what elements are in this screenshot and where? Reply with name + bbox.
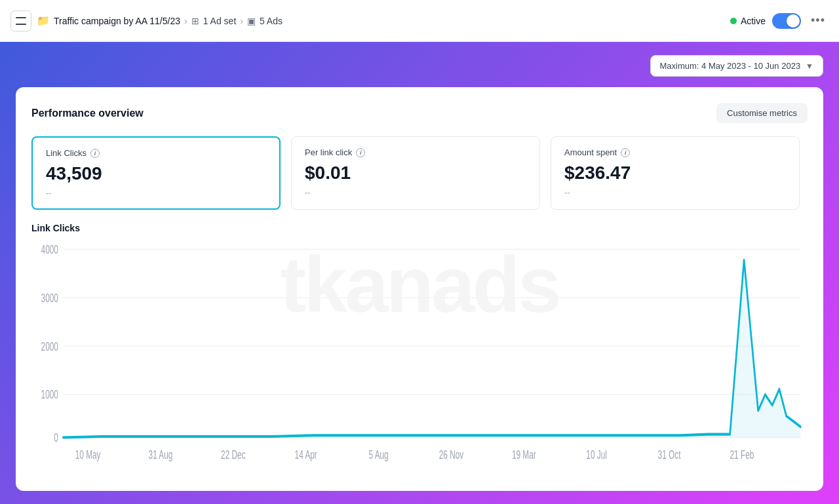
more-options-button[interactable]: ••• [808,10,829,31]
performance-card: tkanads Performance overview Customise m… [16,87,823,491]
hamburger-icon [16,17,26,25]
info-icon-amount-spent[interactable]: i [621,148,630,157]
date-range-label: Maximum: 4 May 2023 - 10 Jun 2023 [660,61,801,71]
svg-text:1000: 1000 [41,388,58,401]
svg-text:4000: 4000 [41,242,58,256]
metric-label-link-clicks: Link Clicks i [46,148,266,158]
card-title: Performance overview [31,107,144,119]
adset-grid-icon: ⊞ [191,16,199,26]
metric-label-per-link-click: Per link click i [305,147,526,157]
metric-value-per-link-click: $0.01 [305,163,526,184]
info-icon-per-link-click[interactable]: i [356,148,365,157]
metric-value-amount-spent: $236.47 [564,163,786,184]
campaign-name: Traffic campaign by AA 11/5/23 [54,16,180,26]
folder-icon: 📁 [37,14,50,27]
svg-text:22 Dec: 22 Dec [221,448,246,461]
chart-area: 4000 3000 2000 1000 0 10 May 31 Aug 22 D… [31,239,808,475]
active-dot-icon [730,18,737,24]
breadcrumb-sep-2: › [240,16,243,26]
active-toggle[interactable] [772,13,801,29]
breadcrumb: 📁 Traffic campaign by AA 11/5/23 › ⊞ 1 A… [37,14,725,27]
svg-text:21 Feb: 21 Feb [730,448,754,461]
breadcrumb-adset[interactable]: ⊞ 1 Ad set [191,16,237,26]
metric-sub-amount-spent: -- [564,187,786,197]
svg-text:19 Mar: 19 Mar [512,448,536,461]
topbar-right: Active ••• [730,10,829,31]
ads-label: 5 Ads [260,16,283,26]
date-range-button[interactable]: Maximum: 4 May 2023 - 10 Jun 2023 ▼ [650,55,824,77]
svg-text:2000: 2000 [41,339,58,353]
svg-text:5 Aug: 5 Aug [368,448,388,461]
ads-icon: ▣ [247,16,256,26]
metric-card-link-clicks[interactable]: Link Clicks i 43,509 -- [31,136,281,210]
metric-value-link-clicks: 43,509 [46,163,266,184]
svg-text:14 Apr: 14 Apr [295,448,317,461]
svg-text:3000: 3000 [41,291,58,304]
svg-text:10 Jul: 10 Jul [586,448,607,461]
adset-label: 1 Ad set [203,16,237,26]
svg-text:0: 0 [54,431,58,444]
top-bar: 📁 Traffic campaign by AA 11/5/23 › ⊞ 1 A… [0,0,839,42]
chart-svg: 4000 3000 2000 1000 0 10 May 31 Aug 22 D… [31,239,808,475]
svg-marker-10 [63,260,800,438]
metric-sub-per-link-click: -- [305,187,526,197]
card-header: Performance overview Customise metrics [31,103,808,123]
breadcrumb-sep-1: › [184,16,187,26]
date-range-row: Maximum: 4 May 2023 - 10 Jun 2023 ▼ [16,55,823,77]
metric-sub-link-clicks: -- [46,188,266,198]
breadcrumb-campaign[interactable]: 📁 Traffic campaign by AA 11/5/23 [37,14,180,27]
svg-text:31 Aug: 31 Aug [149,448,173,461]
chart-label: Link Clicks [31,223,808,233]
metrics-row: Link Clicks i 43,509 -- Per link click i… [31,136,808,210]
main-content: Maximum: 4 May 2023 - 10 Jun 2023 ▼ tkan… [0,42,839,504]
sidebar-toggle-button[interactable] [10,10,31,31]
chart-section: Link Clicks 4000 3000 2000 1000 0 [31,223,808,475]
info-icon-link-clicks[interactable]: i [90,149,100,158]
metric-card-per-link-click[interactable]: Per link click i $0.01 -- [291,136,540,210]
status-badge: Active [730,16,766,26]
svg-text:26 Nov: 26 Nov [439,448,464,461]
metric-card-amount-spent[interactable]: Amount spent i $236.47 -- [551,136,800,210]
customise-metrics-button[interactable]: Customise metrics [716,103,808,123]
svg-text:31 Oct: 31 Oct [658,448,681,461]
svg-text:10 May: 10 May [75,448,101,461]
status-label: Active [741,16,766,26]
metric-label-amount-spent: Amount spent i [564,147,786,157]
chevron-down-icon: ▼ [806,62,813,71]
breadcrumb-ads[interactable]: ▣ 5 Ads [247,16,283,26]
